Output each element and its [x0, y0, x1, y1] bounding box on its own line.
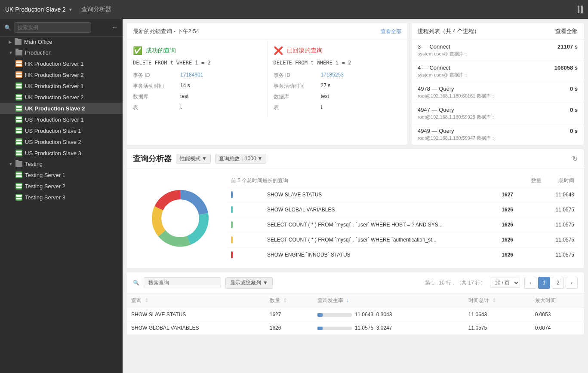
server-icon [15, 194, 22, 201]
process-sub: root@192.168.1.180:60161 数据库： [418, 93, 570, 99]
cell-rate: 11.0643 0.3043 [313, 308, 464, 321]
query-bar [231, 206, 233, 213]
show-hide-label: 显示或隐藏列 [230, 279, 261, 287]
svg-rect-11 [16, 120, 22, 122]
qt-row-1[interactable]: SHOW SLAVE STATUS 1627 11.0643 [228, 187, 578, 202]
page-1-button[interactable]: 1 [538, 277, 550, 289]
query-analyzer-card: 查询分析器 性能模式 ▼ 查询总数：1000 ▼ ↻ [127, 149, 584, 268]
sidebar-group-main-office[interactable]: ▶ Main Office [0, 37, 123, 47]
refresh-button[interactable]: ↻ [572, 155, 578, 163]
process-sub: root@192.168.1.180:59947 数据库： [418, 135, 570, 141]
query-bar [231, 236, 233, 243]
dropdown-icon: ▼ [263, 280, 268, 286]
success-label: 成功的查询 [146, 47, 176, 55]
server-dropdown-arrow[interactable]: ▼ [68, 7, 73, 12]
qt-row-4[interactable]: SELECT COUNT ( * ) FROM `mysql` . `user`… [228, 232, 578, 248]
content-area: 最新的死锁查询 - 下午2:54 查看全部 ✅ 成功的查询 DELETE FRO… [123, 19, 588, 373]
expand-icon: ▶ [9, 40, 12, 44]
process-id: 4947 — Query [418, 107, 570, 113]
field-label: 事务活动时间 [133, 83, 180, 90]
deadlock-view-all[interactable]: 查看全部 [381, 28, 401, 35]
error-label: 已回滚的查询 [286, 47, 323, 55]
sidebar-item-testing3[interactable]: Testing Server 3 [0, 192, 123, 203]
page-title: 查询分析器 [81, 6, 111, 13]
col-max-header[interactable]: 最大时间 [531, 294, 584, 308]
pagination-info: 第 1 - 10 行，（共 17 行） [425, 279, 486, 287]
server-icon [15, 116, 22, 123]
show-hide-columns-button[interactable]: 显示或隐藏列 ▼ [225, 277, 273, 289]
query-time: 11.0575 [544, 207, 574, 213]
sidebar-item-hk1[interactable]: HK Production Server 1 [0, 58, 123, 69]
server-label: UK Production Server 2 [25, 94, 84, 101]
search-input[interactable] [14, 22, 91, 33]
next-page-button[interactable]: › [566, 277, 578, 289]
rate-bar-fill [317, 327, 323, 330]
cell-query: SHOW SLAVE STATUS [127, 308, 265, 321]
server-icon [15, 105, 22, 112]
sidebar: 🔍 ← ▶ Main Office ▼ Production HK Produc… [0, 19, 123, 373]
process-id: 4978 — Query [418, 86, 570, 92]
field-value: test [321, 93, 402, 101]
query-time: 11.0575 [544, 237, 574, 243]
col-query-header[interactable]: 查询 ⇕ [127, 294, 265, 308]
donut-chart [133, 174, 228, 262]
search-bar: 🔍 ← [0, 19, 123, 37]
pause-bar-2 [581, 6, 583, 13]
sidebar-item-us1[interactable]: US Production Server 1 [0, 114, 123, 125]
col-total-header[interactable]: 时间总计 ⇕ [464, 294, 531, 308]
page-2-button[interactable]: 2 [552, 277, 564, 289]
query-count: 1626 [487, 252, 513, 258]
table-row[interactable]: SHOW SLAVE STATUS 1627 11.0643 0.3043 11… [127, 308, 584, 321]
qt-row-2[interactable]: SHOW GLOBAL VARIABLES 1626 11.0575 [228, 202, 578, 217]
deadlock-card: 最新的死锁查询 - 下午2:54 查看全部 ✅ 成功的查询 DELETE FRO… [127, 23, 407, 145]
success-status: ✅ 成功的查询 [133, 46, 261, 55]
svg-rect-21 [16, 186, 22, 188]
server-label: HK Production Server 1 [25, 61, 84, 67]
svg-rect-4 [16, 84, 22, 86]
per-page-select[interactable]: 10 / 页 25 / 页 50 / 页 [490, 278, 520, 288]
rate-bar-fill [317, 313, 323, 317]
error-status: ❌ 已回滚的查询 [274, 46, 402, 55]
qt-row-5[interactable]: SHOW ENGINE `INNODB` STATUS 1626 11.0575 [228, 248, 578, 262]
sort-icon-active: ↓ [346, 297, 349, 303]
server-name-label: UK Production Slave 2 [5, 6, 66, 13]
query-count: 1626 [487, 222, 513, 228]
col-count-header[interactable]: 数量 ⇕ [265, 294, 313, 308]
qa-mode-badge[interactable]: 性能模式 ▼ [176, 154, 211, 164]
col-query: 前 5 个总时间最长的查询 [231, 177, 288, 184]
sidebar-item-uk1[interactable]: UK Production Server 1 [0, 80, 123, 92]
main-layout: 🔍 ← ▶ Main Office ▼ Production HK Produc… [0, 19, 588, 373]
qt-row-3[interactable]: SELECT COUNT ( * ) FROM `mysql` . `user`… [228, 217, 578, 232]
field-value: 27 s [321, 83, 402, 90]
search-query-input[interactable] [144, 277, 221, 288]
sort-icon: ⇕ [145, 297, 149, 303]
error-fields: 事务 ID 17185253 事务活动时间 27 s 数据库 test 表 t [274, 72, 402, 111]
server-label: Testing Server 2 [25, 183, 65, 190]
prev-page-button[interactable]: ‹ [524, 277, 536, 289]
svg-rect-17 [16, 153, 22, 155]
sidebar-item-us-slave3[interactable]: US Production Slave 3 [0, 147, 123, 159]
sidebar-item-us-slave1[interactable]: US Production Slave 1 [0, 125, 123, 136]
sidebar-group-testing[interactable]: ▼ Testing [0, 159, 123, 169]
server-icon [15, 150, 22, 156]
process-view-all[interactable]: 查看全部 [555, 28, 578, 35]
pause-button[interactable] [578, 6, 583, 13]
back-button[interactable]: ← [111, 24, 118, 31]
sidebar-group-production[interactable]: ▼ Production [0, 47, 123, 58]
sidebar-item-testing1[interactable]: Testing Server 1 [0, 169, 123, 180]
sidebar-item-uk-slave2[interactable]: UK Production Slave 2 [0, 103, 123, 114]
field-value: 14 s [180, 83, 261, 90]
query-text: SHOW GLOBAL VARIABLES [267, 207, 456, 213]
server-selector[interactable]: UK Production Slave 2 ▼ [5, 6, 73, 13]
sidebar-item-testing2[interactable]: Testing Server 2 [0, 180, 123, 192]
table-row[interactable]: SHOW GLOBAL VARIABLES 1626 11.0575 3.024… [127, 321, 584, 335]
server-label: HK Production Server 2 [25, 72, 84, 78]
qa-count-badge[interactable]: 查询总数：1000 ▼ [215, 154, 267, 164]
col-rate-header[interactable]: 查询发生率 ↓ [313, 294, 464, 308]
server-label: UK Production Server 1 [25, 83, 84, 89]
svg-rect-1 [16, 64, 22, 66]
sidebar-item-us-slave2[interactable]: US Production Slave 2 [0, 136, 123, 147]
sidebar-item-uk2[interactable]: UK Production Server 2 [0, 92, 123, 103]
cell-count: 1626 [265, 321, 313, 335]
sidebar-item-hk2[interactable]: HK Production Server 2 [0, 69, 123, 80]
